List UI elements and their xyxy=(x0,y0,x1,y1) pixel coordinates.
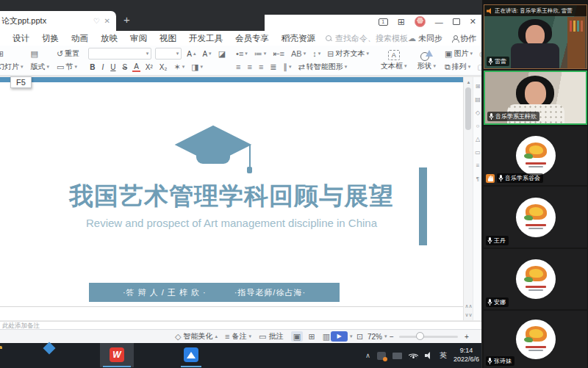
underline-button[interactable]: U xyxy=(109,63,117,71)
textbox-button[interactable]: A 文本框▾ xyxy=(376,46,412,75)
align-right-icon[interactable]: ≡ xyxy=(257,62,265,71)
participant-tile[interactable]: 音乐学系谷会 xyxy=(484,126,587,185)
indent-icon[interactable]: ⇤≡ xyxy=(271,49,286,59)
tab-membership[interactable]: 会员专享 xyxy=(235,33,269,44)
pane-properties-icon[interactable]: ⊞ xyxy=(476,83,481,90)
tray-app-badge-icon[interactable] xyxy=(377,352,386,360)
pane-media-icon[interactable]: ▭ xyxy=(475,149,481,156)
command-search[interactable]: 查找命令、搜索模板 xyxy=(326,33,408,44)
line-spacing-icon[interactable]: ↕▾ xyxy=(311,49,322,58)
tab-view[interactable]: 视图 xyxy=(159,33,176,44)
zoom-level[interactable]: 72%▾ xyxy=(368,330,387,343)
participant-tile[interactable]: 安娜 xyxy=(484,249,587,309)
tab-developer[interactable]: 开发工具 xyxy=(189,33,223,44)
fit-slide-icon[interactable]: ⊡ xyxy=(356,330,363,343)
tab-design[interactable]: 设计 xyxy=(12,33,29,44)
normal-view-icon[interactable]: ▣ xyxy=(291,331,303,342)
window-layout-icon[interactable]: 1 xyxy=(379,18,388,26)
align-center-icon[interactable]: ≡ xyxy=(245,62,253,71)
bold-button[interactable]: B xyxy=(88,63,96,71)
tab-docer[interactable]: 稻壳资源 xyxy=(282,33,315,44)
hidden-icons-chevron[interactable]: ∧ xyxy=(365,352,370,359)
italic-button[interactable]: I xyxy=(100,63,105,71)
reset-button[interactable]: ↺重置 xyxy=(55,48,81,59)
slide[interactable]: 我国艺术管理学科回顾与展望 Review and prospect of Art… xyxy=(0,77,463,320)
vertical-scrollbar[interactable]: ▴ ∧∧ ∨∨ xyxy=(463,77,473,320)
align-left-icon[interactable]: ≡ xyxy=(234,62,242,71)
slideshow-button[interactable]: ▶ ▾ xyxy=(331,330,353,343)
input-language[interactable]: 英 xyxy=(440,350,447,361)
pane-misc-icon[interactable]: ¶ xyxy=(476,176,479,182)
superscript-button[interactable]: X² xyxy=(144,63,154,71)
pane-list-icon[interactable]: ≡ xyxy=(476,162,480,169)
decrease-font-icon[interactable]: A▾ xyxy=(201,50,212,58)
font-size-combo[interactable]: ▾ xyxy=(155,48,182,59)
clear-format-icon[interactable]: ◪ xyxy=(217,49,227,59)
number-list-icon[interactable]: ≔▾ xyxy=(253,49,268,59)
slide-title[interactable]: 我国艺术管理学科回顾与展望 xyxy=(11,180,452,213)
justify-icon[interactable]: ≣ xyxy=(268,62,278,72)
document-tab[interactable]: 论文ppt.pptx ♡ ✕ xyxy=(0,11,116,31)
pane-shape-icon[interactable]: △ xyxy=(476,136,480,142)
collaborate-button[interactable]: 协作 xyxy=(451,33,476,44)
zoom-slider-knob[interactable] xyxy=(416,332,424,340)
highlight-icon[interactable]: ◨▾ xyxy=(190,62,204,72)
new-slide-button[interactable]: 幻灯片▾ xyxy=(0,62,25,72)
minimize-button[interactable]: — xyxy=(435,18,443,26)
sync-status[interactable]: ☁ 未同步 xyxy=(408,33,442,44)
favorite-icon[interactable]: ♡ xyxy=(93,17,100,25)
zoom-slider-track[interactable] xyxy=(399,336,458,338)
section-button[interactable]: ▭节▾ xyxy=(55,62,79,72)
tab-slideshow[interactable]: 放映 xyxy=(101,33,118,44)
pane-object-icon[interactable]: ◇ xyxy=(476,109,480,116)
notes-button[interactable]: ≡ 备注 ▾ xyxy=(225,330,251,343)
arrange-button[interactable]: ⧉排列▾ xyxy=(443,62,472,72)
picture-button[interactable]: ▣图片▾ xyxy=(443,48,474,59)
participant-tile-active[interactable]: 音乐学系王梓欣 xyxy=(484,71,587,125)
wifi-icon[interactable] xyxy=(409,352,418,359)
layout-button[interactable]: 版式▾ xyxy=(29,62,51,72)
notes-pane[interactable]: 此处添加备注 xyxy=(0,321,482,329)
subscript-button[interactable]: X₂ xyxy=(158,63,169,71)
beautify-button[interactable]: ◇ 智能美化 ▴ xyxy=(175,330,218,343)
sorter-view-icon[interactable]: ⊞ xyxy=(306,331,318,342)
play-icon[interactable]: ▶ xyxy=(331,331,348,342)
close-button[interactable]: ✕ xyxy=(470,17,476,26)
text-direction-icon[interactable]: AB▾ xyxy=(290,49,307,58)
participant-tile[interactable]: 张诗妹 xyxy=(484,311,587,368)
wps-app-icon[interactable]: W xyxy=(110,347,124,362)
tab-close-icon[interactable]: ✕ xyxy=(104,17,110,25)
new-slide-icon[interactable]: ⊞ xyxy=(0,49,5,59)
slide-author-band[interactable]: ·答 辩 人 / 王 梓 欣 · ·指导老师/徐占海· xyxy=(89,283,340,302)
participant-tile[interactable]: 正在讲话: 音乐学系王梓欣, 雷蕾 雷蕾 xyxy=(484,4,587,69)
scrollbar-thumb[interactable] xyxy=(465,87,471,130)
strikethrough-button[interactable]: S xyxy=(121,63,129,71)
pane-design-icon[interactable]: ▤ xyxy=(475,96,481,103)
bullet-list-icon[interactable]: •≡▾ xyxy=(234,49,249,58)
tray-device-icon[interactable] xyxy=(392,353,402,359)
columns-icon[interactable]: ∥▾ xyxy=(282,62,293,72)
font-name-combo[interactable]: ▾ xyxy=(88,48,151,59)
tab-animation[interactable]: 动画 xyxy=(71,33,88,44)
align-text-button[interactable]: ⊟对齐文本▾ xyxy=(326,48,370,59)
slide-subtitle[interactable]: Review and prospect of Art management di… xyxy=(11,217,452,229)
tab-review[interactable]: 审阅 xyxy=(130,33,147,44)
meeting-app-icon[interactable] xyxy=(184,347,198,362)
participant-tile[interactable]: 王丹 xyxy=(484,187,587,248)
comments-button[interactable]: ▭ 批注 xyxy=(259,330,283,343)
text-effects-icon[interactable]: ✶▾ xyxy=(172,62,186,72)
zoom-in-button[interactable]: + xyxy=(465,330,469,343)
to-smartart-button[interactable]: ⇄转智能图形▾ xyxy=(297,62,349,72)
maximize-button[interactable] xyxy=(453,18,460,25)
shapes-button[interactable]: 形状▾ xyxy=(412,46,441,75)
layout-icon[interactable]: ▤ xyxy=(29,49,40,59)
account-avatar[interactable] xyxy=(415,16,426,27)
new-tab-button[interactable]: + xyxy=(123,13,130,26)
tab-transition[interactable]: 切换 xyxy=(42,33,59,44)
taskbar-clock[interactable]: 9:14 2022/6/6 xyxy=(453,347,479,364)
volume-icon[interactable] xyxy=(425,352,433,359)
zoom-out-button[interactable]: − xyxy=(390,330,394,343)
increase-font-icon[interactable]: A▴ xyxy=(185,50,197,58)
pane-animation-icon[interactable]: ○ xyxy=(476,123,480,129)
workspace-grid-icon[interactable]: ⊞ xyxy=(398,17,405,27)
